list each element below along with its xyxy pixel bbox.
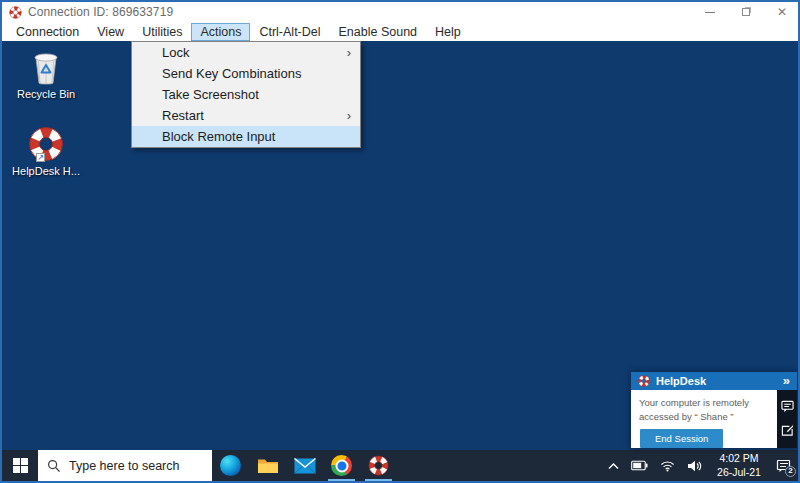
expand-panel-icon[interactable]: »: [783, 373, 790, 388]
helpdesk-tool-strip: [777, 390, 797, 449]
desktop-icon-label: Recycle Bin: [17, 88, 75, 100]
window-controls: ✕: [704, 2, 788, 22]
menu-connection[interactable]: Connection: [7, 23, 88, 41]
remote-desktop-area: Recycle Bin ↗ HelpDesk H... Lock › Send …: [2, 41, 798, 450]
taskbar-app-helpdesk[interactable]: [360, 450, 397, 481]
helpdesk-panel-title: HelpDesk: [656, 375, 783, 387]
helpdesk-session-panel: HelpDesk » Your computer is remotely acc…: [631, 372, 797, 448]
titlebar: Connection ID: 869633719 ✕: [2, 2, 798, 22]
annotate-icon[interactable]: [781, 424, 794, 437]
start-button[interactable]: [2, 450, 38, 481]
active-app-indicator: [365, 479, 392, 481]
battery-icon[interactable]: [631, 460, 648, 471]
menu-ctrl-alt-del[interactable]: Ctrl-Alt-Del: [250, 23, 329, 41]
notification-badge: 2: [785, 466, 796, 477]
close-icon[interactable]: ✕: [776, 6, 788, 18]
helpdesk-taskbar-icon: [368, 455, 389, 476]
search-input[interactable]: [69, 459, 199, 473]
system-tray: 4:02 PM 26-Jul-21 2: [608, 450, 798, 481]
window-title: Connection ID: 869633719: [28, 5, 173, 19]
recycle-bin-icon: [31, 49, 61, 85]
helpdesk-message-area: Your computer is remotely accessed by “ …: [631, 390, 777, 449]
tray-date: 26-Jul-21: [714, 466, 764, 480]
menu-view[interactable]: View: [88, 23, 133, 41]
menu-item-send-key-combinations[interactable]: Send Key Combinations: [132, 63, 360, 84]
desktop-icon-helpdesk[interactable]: ↗ HelpDesk H...: [14, 126, 78, 177]
maximize-icon[interactable]: [740, 6, 752, 18]
submenu-arrow-icon: ›: [347, 45, 351, 60]
tray-clock[interactable]: 4:02 PM 26-Jul-21: [714, 452, 764, 479]
menu-item-block-remote-input[interactable]: Block Remote Input: [132, 126, 360, 147]
active-app-indicator: [328, 479, 355, 481]
menu-utilities[interactable]: Utilities: [133, 23, 191, 41]
show-hidden-icons-chevron[interactable]: [608, 462, 619, 470]
action-center-icon[interactable]: 2: [776, 458, 792, 474]
taskbar-app-file-explorer[interactable]: [249, 450, 286, 481]
edge-icon: [220, 455, 241, 476]
helpdesk-app-icon: [9, 6, 22, 19]
taskbar-search[interactable]: [38, 450, 212, 481]
search-icon: [47, 459, 61, 473]
file-explorer-icon: [257, 457, 279, 475]
helpdesk-panel-body: Your computer is remotely accessed by “ …: [631, 390, 797, 449]
menu-enable-sound[interactable]: Enable Sound: [330, 23, 427, 41]
minimize-icon[interactable]: [704, 6, 716, 18]
remote-access-message: Your computer is remotely accessed by “ …: [639, 396, 770, 425]
menu-actions[interactable]: Actions: [191, 23, 250, 41]
shortcut-arrow-icon: ↗: [36, 153, 45, 162]
chrome-icon: [331, 455, 352, 476]
helpdesk-logo-icon: [638, 375, 650, 387]
submenu-arrow-icon: ›: [347, 108, 351, 123]
menu-item-restart[interactable]: Restart ›: [132, 105, 360, 126]
tray-time: 4:02 PM: [714, 452, 764, 466]
mail-icon: [294, 458, 316, 474]
end-session-button[interactable]: End Session: [640, 429, 723, 448]
chat-icon[interactable]: [781, 400, 794, 413]
helpdesk-shortcut-icon: ↗: [28, 126, 64, 162]
desktop-icons: Recycle Bin ↗ HelpDesk H...: [14, 49, 78, 203]
taskbar-app-chrome[interactable]: [323, 450, 360, 481]
taskbar-app-mail[interactable]: [286, 450, 323, 481]
menubar: Connection View Utilities Actions Ctrl-A…: [2, 22, 798, 41]
volume-icon[interactable]: [687, 460, 702, 472]
taskbar-app-edge[interactable]: [212, 450, 249, 481]
remote-desktop-window: Connection ID: 869633719 ✕ Connection Vi…: [0, 0, 800, 483]
helpdesk-panel-header: HelpDesk »: [631, 372, 797, 390]
taskbar: 4:02 PM 26-Jul-21 2: [2, 450, 798, 481]
network-icon[interactable]: [660, 460, 675, 472]
windows-logo-icon: [13, 458, 28, 473]
desktop-icon-label: HelpDesk H...: [12, 165, 80, 177]
menu-item-take-screenshot[interactable]: Take Screenshot: [132, 84, 360, 105]
actions-dropdown-menu: Lock › Send Key Combinations Take Screen…: [131, 41, 361, 148]
menu-item-lock[interactable]: Lock ›: [132, 42, 360, 63]
menu-help[interactable]: Help: [426, 23, 470, 41]
desktop-icon-recycle-bin[interactable]: Recycle Bin: [14, 49, 78, 100]
